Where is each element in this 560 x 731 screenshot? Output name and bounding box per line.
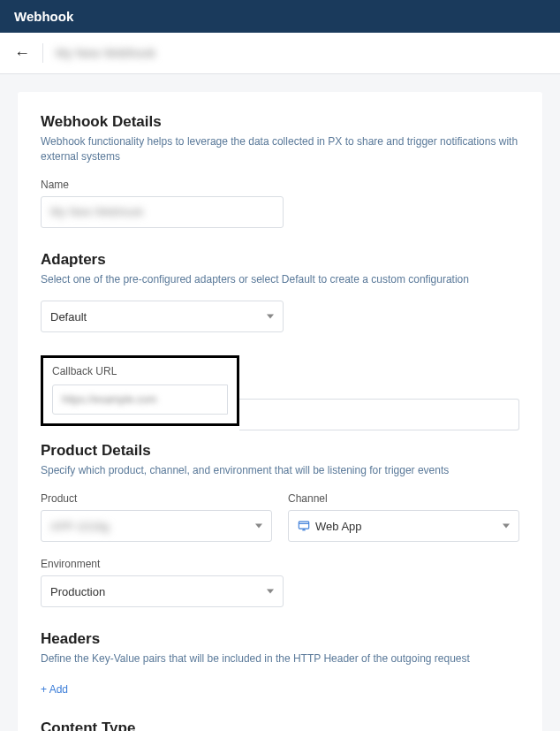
adapters-title: Adapters [41,251,519,269]
callback-input-left[interactable]: https://example.com [52,385,228,415]
card: Webhook Details Webhook functionality he… [18,92,542,731]
product-details-desc: Specify which product, channel, and envi… [41,463,519,478]
channel-label: Channel [288,492,519,505]
product-value: APP-1018g [50,520,110,533]
chevron-down-icon [267,590,274,594]
chevron-down-icon [255,524,262,529]
name-label: Name [41,179,519,191]
nav-divider [42,43,43,63]
svg-rect-0 [299,522,308,529]
back-arrow-icon[interactable]: ← [14,45,30,61]
top-bar: Webhook [0,0,560,33]
callback-label: Callback URL [52,365,228,377]
environment-value: Production [50,585,105,598]
chevron-down-icon [503,524,510,529]
environment-select[interactable]: Production [41,575,284,607]
nav-bar: ← My New Webhook [0,33,560,74]
environment-label: Environment [41,558,519,570]
product-label: Product [41,492,272,505]
top-bar-title: Webhook [14,9,73,24]
channel-value: Web App [315,520,362,533]
webapp-icon [298,520,310,532]
chevron-down-icon [267,315,274,319]
breadcrumb-name: My New Webhook [56,46,155,60]
headers-title: Headers [41,630,519,648]
section-product-details: Product Details Specify which product, c… [41,442,519,607]
product-details-title: Product Details [41,442,519,460]
adapters-select[interactable]: Default [41,301,284,332]
section-adapters: Adapters Select one of the pre-configure… [41,251,519,333]
section-content-type: Content Type Define how the request body… [41,720,519,731]
add-header-link[interactable]: + Add [41,683,68,696]
adapters-value: Default [50,310,87,324]
product-select[interactable]: APP-1018g [41,510,272,542]
name-input[interactable]: My New Webhook [41,196,284,228]
section-headers: Headers Define the Key-Value pairs that … [41,630,519,697]
callback-input-right[interactable] [239,399,519,430]
adapters-desc: Select one of the pre-configured adapter… [41,272,519,287]
channel-select[interactable]: Web App [288,510,519,542]
webhook-details-desc: Webhook functionality helps to leverage … [41,134,519,164]
callback-highlight: Callback URL https://example.com [41,355,239,426]
headers-desc: Define the Key-Value pairs that will be … [41,651,519,666]
section-webhook-details: Webhook Details Webhook functionality he… [41,113,519,228]
content-type-title: Content Type [41,720,519,731]
webhook-details-title: Webhook Details [41,113,519,131]
callback-row: Callback URL https://example.com [41,355,519,442]
